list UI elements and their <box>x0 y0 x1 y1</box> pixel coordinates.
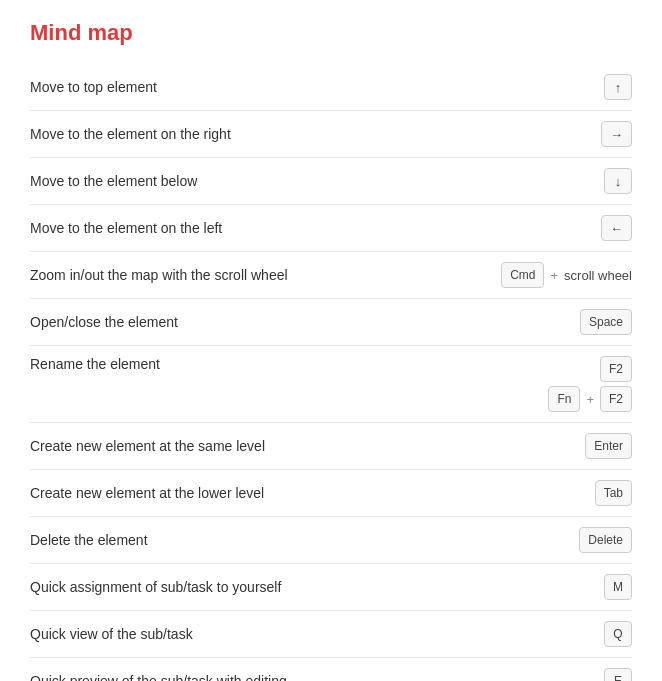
shortcut-label: Move to the element on the left <box>30 220 601 236</box>
key-m: M <box>604 574 632 600</box>
shortcut-row: Quick view of the sub/task Q <box>30 611 632 658</box>
shortcut-row: Move to the element below ↓ <box>30 158 632 205</box>
shortcut-keys-fn-f2: Fn + F2 <box>548 386 632 412</box>
key-q: Q <box>604 621 632 647</box>
shortcut-keys: Enter <box>585 433 632 459</box>
shortcut-label: Move to top element <box>30 79 604 95</box>
plus-separator: + <box>550 268 558 283</box>
shortcut-label: Move to the element below <box>30 173 604 189</box>
key-right-arrow: → <box>601 121 632 147</box>
shortcut-keys: ↑ <box>604 74 632 100</box>
shortcut-keys-f2: F2 <box>600 356 632 382</box>
shortcut-keys: Cmd + scroll wheel <box>501 262 632 288</box>
key-f2-alt: F2 <box>600 386 632 412</box>
shortcut-row: Move to the element on the right → <box>30 111 632 158</box>
shortcut-label: Rename the element <box>30 356 548 372</box>
shortcut-keys: Delete <box>579 527 632 553</box>
shortcut-keys: Tab <box>595 480 632 506</box>
key-f2: F2 <box>600 356 632 382</box>
shortcut-keys: → <box>601 121 632 147</box>
shortcut-keys: Q <box>604 621 632 647</box>
shortcut-label: Delete the element <box>30 532 579 548</box>
shortcut-row: Move to top element ↑ <box>30 64 632 111</box>
plus-separator: + <box>586 392 594 407</box>
shortcut-label: Create new element at the same level <box>30 438 585 454</box>
shortcut-keys-multiline: F2 Fn + F2 <box>548 356 632 412</box>
key-scroll-wheel: scroll wheel <box>564 268 632 283</box>
shortcut-row: Create new element at the same level Ent… <box>30 423 632 470</box>
shortcut-keys: M <box>604 574 632 600</box>
shortcut-keys: Space <box>580 309 632 335</box>
shortcut-row: Move to the element on the left ← <box>30 205 632 252</box>
shortcut-row: Create new element at the lower level Ta… <box>30 470 632 517</box>
page-title: Mind map <box>30 20 632 46</box>
shortcut-label: Quick assignment of sub/task to yourself <box>30 579 604 595</box>
shortcut-row: Zoom in/out the map with the scroll whee… <box>30 252 632 299</box>
shortcut-label: Create new element at the lower level <box>30 485 595 501</box>
key-fn: Fn <box>548 386 580 412</box>
key-left-arrow: ← <box>601 215 632 241</box>
shortcut-label: Move to the element on the right <box>30 126 601 142</box>
shortcut-keys: ↓ <box>604 168 632 194</box>
shortcut-label: Open/close the element <box>30 314 580 330</box>
key-cmd: Cmd <box>501 262 544 288</box>
shortcut-row: Delete the element Delete <box>30 517 632 564</box>
shortcut-row-rename: Rename the element F2 Fn + F2 <box>30 346 632 423</box>
shortcut-row: Open/close the element Space <box>30 299 632 346</box>
shortcut-row: Quick preview of the sub/task with editi… <box>30 658 632 681</box>
key-up-arrow: ↑ <box>604 74 632 100</box>
key-delete: Delete <box>579 527 632 553</box>
shortcut-row: Quick assignment of sub/task to yourself… <box>30 564 632 611</box>
shortcut-label: Quick preview of the sub/task with editi… <box>30 673 604 681</box>
shortcut-label: Quick view of the sub/task <box>30 626 604 642</box>
shortcut-keys: E <box>604 668 632 681</box>
shortcut-list: Move to top element ↑ Move to the elemen… <box>30 64 632 681</box>
key-tab: Tab <box>595 480 632 506</box>
shortcut-keys: ← <box>601 215 632 241</box>
key-down-arrow: ↓ <box>604 168 632 194</box>
key-e: E <box>604 668 632 681</box>
shortcut-label: Zoom in/out the map with the scroll whee… <box>30 267 501 283</box>
key-enter: Enter <box>585 433 632 459</box>
key-space: Space <box>580 309 632 335</box>
